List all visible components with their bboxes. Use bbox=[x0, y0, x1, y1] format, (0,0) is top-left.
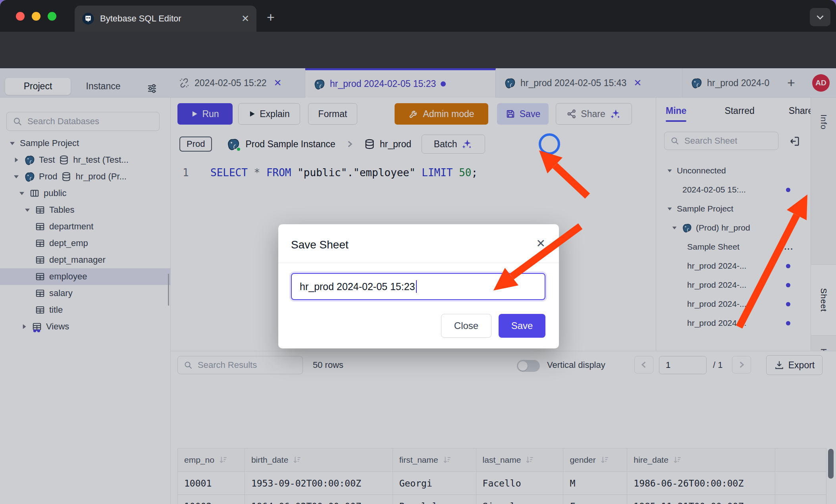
save-sheet-dialog: Save Sheet ✕ hr_prod 2024-02-05 15:23 Cl… bbox=[278, 224, 559, 348]
window-minimize-button[interactable] bbox=[32, 12, 40, 21]
browser-tab-title: Bytebase SQL Editor bbox=[100, 13, 236, 24]
browser-tab[interactable]: Bytebase SQL Editor ✕ bbox=[75, 6, 256, 32]
bytebase-favicon-icon bbox=[82, 12, 94, 25]
sheet-name-input[interactable]: hr_prod 2024-02-05 15:23 bbox=[291, 273, 545, 300]
browser-toolbar: localhost:8080/sql-editor/prod-sample-in… bbox=[0, 32, 836, 68]
browser-tab-strip: Bytebase SQL Editor ✕ + bbox=[0, 0, 836, 32]
dialog-close-button[interactable]: Close bbox=[441, 314, 491, 338]
browser-tab-close-icon[interactable]: ✕ bbox=[241, 13, 249, 24]
screen: Bytebase SQL Editor ✕ + localhost:8080/s… bbox=[0, 0, 836, 504]
window-close-button[interactable] bbox=[16, 12, 25, 21]
dialog-divider bbox=[278, 263, 559, 263]
text-caret bbox=[416, 280, 417, 293]
browser-window: Bytebase SQL Editor ✕ + localhost:8080/s… bbox=[0, 0, 836, 504]
dialog-close-icon[interactable]: ✕ bbox=[536, 237, 545, 250]
window-zoom-button[interactable] bbox=[48, 12, 56, 21]
dialog-title: Save Sheet bbox=[291, 239, 349, 251]
dialog-save-button[interactable]: Save bbox=[499, 314, 545, 338]
new-tab-button[interactable]: + bbox=[267, 10, 275, 24]
tab-search-chevron-icon[interactable] bbox=[810, 8, 830, 26]
